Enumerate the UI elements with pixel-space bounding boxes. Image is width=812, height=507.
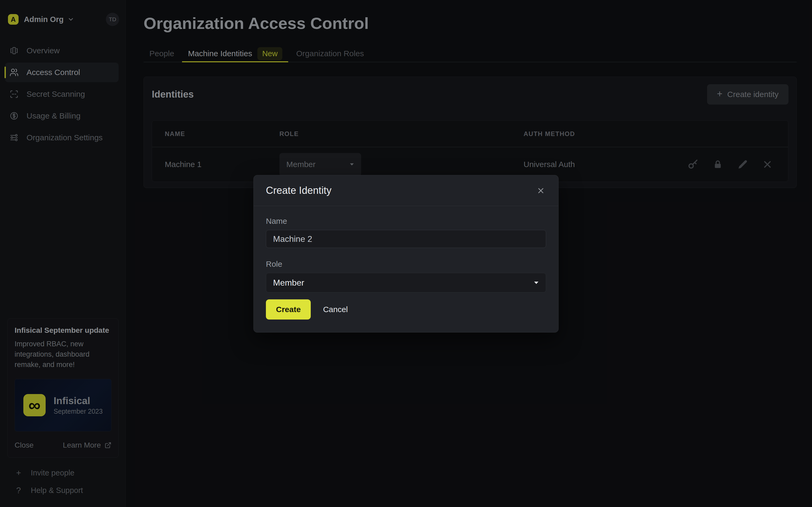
role-label: Role <box>266 260 546 269</box>
modal-title: Create Identity <box>266 185 536 196</box>
role-select[interactable]: Member <box>266 273 546 292</box>
app-root: A Admin Org TD Overview Access Control <box>0 0 812 507</box>
create-button[interactable]: Create <box>266 299 311 320</box>
name-field[interactable] <box>266 230 546 248</box>
close-icon[interactable] <box>536 185 546 196</box>
cancel-button[interactable]: Cancel <box>323 305 348 314</box>
name-label: Name <box>266 217 546 226</box>
caret-down-icon <box>534 281 539 285</box>
create-identity-modal: Create Identity Name Role Member Create … <box>253 175 559 333</box>
role-select-value: Member <box>273 278 304 288</box>
